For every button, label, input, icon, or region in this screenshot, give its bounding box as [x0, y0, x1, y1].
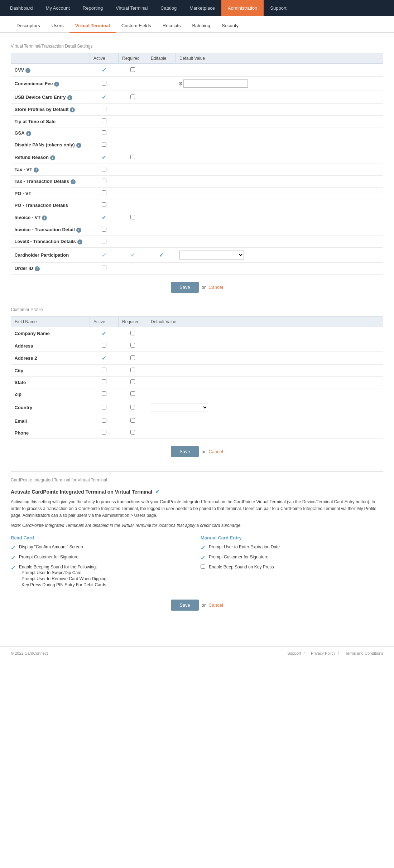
- nav-administration[interactable]: Administration: [221, 0, 264, 16]
- tab-batching[interactable]: Batching: [186, 19, 216, 33]
- tab-custom-fields[interactable]: Custom Fields: [116, 19, 157, 33]
- cp-required-checkbox[interactable]: [130, 405, 135, 409]
- required-checkbox[interactable]: [130, 94, 135, 99]
- footer-support-link[interactable]: Support: [287, 651, 301, 655]
- vt-default-cell: [176, 139, 383, 151]
- cp-active-checkbox[interactable]: [102, 391, 106, 396]
- nav-marketplace[interactable]: Marketplace: [183, 0, 221, 16]
- tab-descriptors[interactable]: Descriptors: [11, 19, 46, 33]
- info-icon[interactable]: i: [34, 168, 39, 173]
- tab-receipts[interactable]: Receipts: [157, 19, 187, 33]
- required-checkbox[interactable]: [130, 155, 135, 159]
- info-icon[interactable]: i: [50, 155, 55, 160]
- cp-active-checkbox[interactable]: [102, 405, 106, 409]
- active-checkbox[interactable]: [102, 107, 106, 111]
- info-icon[interactable]: i: [25, 68, 30, 73]
- dollar-input[interactable]: [183, 79, 248, 88]
- nav-reporting[interactable]: Reporting: [76, 0, 109, 16]
- editable-checkmark: ✔: [159, 252, 164, 258]
- vt-required-cell: [119, 224, 147, 236]
- active-checkbox[interactable]: [102, 167, 106, 171]
- cp-required-checkbox[interactable]: [130, 355, 135, 360]
- cp-save-button[interactable]: Save: [171, 446, 199, 457]
- vt-editable-cell: [147, 199, 176, 211]
- tab-virtual-terminal[interactable]: Virtual Terminal: [69, 19, 116, 33]
- vt-table-row: Store Profiles by Defaulti: [11, 104, 383, 116]
- cardpointe-save-button[interactable]: Save: [171, 600, 199, 611]
- required-checkbox[interactable]: [130, 67, 135, 72]
- cp-active-cell: ✔: [90, 327, 119, 340]
- cp-table-row: Country: [11, 400, 383, 415]
- active-checkbox[interactable]: [102, 142, 106, 147]
- cardholder-select[interactable]: [179, 251, 244, 260]
- manual-card-title[interactable]: Manual Card Entry: [201, 535, 383, 540]
- info-icon[interactable]: i: [54, 82, 59, 87]
- required-light-check: ✔: [130, 252, 135, 258]
- info-icon[interactable]: i: [76, 228, 81, 233]
- cp-table-row: Phone: [11, 427, 383, 439]
- cp-required-cell: [119, 415, 147, 427]
- info-icon[interactable]: i: [42, 215, 47, 220]
- read-card-title[interactable]: Read Card: [11, 535, 193, 540]
- info-icon[interactable]: i: [71, 179, 76, 184]
- info-icon[interactable]: i: [26, 131, 31, 136]
- nav-support[interactable]: Support: [264, 0, 293, 16]
- info-icon[interactable]: i: [77, 239, 82, 244]
- vt-table-row: Level3 - Transaction Detailsi: [11, 236, 383, 248]
- required-checkbox[interactable]: [130, 215, 135, 219]
- read-feature-3-check: ✔: [11, 564, 15, 571]
- info-icon[interactable]: i: [67, 95, 72, 100]
- cp-required-checkbox[interactable]: [130, 368, 135, 372]
- nav-my-account[interactable]: My Account: [39, 0, 76, 16]
- footer-privacy-link[interactable]: Privacy Policy: [311, 651, 335, 655]
- active-checkbox[interactable]: [102, 81, 106, 86]
- vt-save-button[interactable]: Save: [171, 282, 199, 293]
- vt-editable-cell: [147, 64, 176, 77]
- active-checkbox[interactable]: [102, 118, 106, 123]
- cp-required-checkbox[interactable]: [130, 391, 135, 396]
- vt-table-row: Order IDi: [11, 263, 383, 275]
- nav-virtual-terminal[interactable]: Virtual Terminal: [109, 0, 154, 16]
- info-icon[interactable]: i: [76, 143, 81, 148]
- card-features-grid: Read Card ✔ Display "Confirm Amount" Scr…: [11, 535, 383, 591]
- cp-required-checkbox[interactable]: [130, 430, 135, 435]
- cp-active-checkbox[interactable]: [102, 418, 106, 423]
- tab-security[interactable]: Security: [216, 19, 244, 33]
- active-checkbox[interactable]: [102, 179, 106, 183]
- vt-editable-cell: [147, 116, 176, 127]
- info-icon[interactable]: i: [70, 107, 75, 112]
- cp-required-checkbox[interactable]: [130, 379, 135, 384]
- active-checkbox[interactable]: [102, 227, 106, 232]
- cp-field-name: Address 2: [11, 352, 90, 365]
- vt-field-name: Invoice - Transaction Detaili: [11, 224, 90, 236]
- vt-table-row: PO - Transaction Details: [11, 199, 383, 211]
- cp-active-checkbox[interactable]: [102, 379, 106, 384]
- active-checkbox[interactable]: [102, 190, 106, 195]
- active-checkbox[interactable]: [102, 130, 106, 135]
- cp-required-checkbox[interactable]: [130, 331, 135, 335]
- cp-cancel-button[interactable]: Cancel: [208, 449, 223, 454]
- cp-active-checkbox[interactable]: [102, 343, 106, 348]
- active-checkmark: ✔: [102, 154, 106, 160]
- cp-required-cell: [119, 352, 147, 365]
- active-checkbox[interactable]: [102, 266, 106, 270]
- tab-users[interactable]: Users: [46, 19, 69, 33]
- info-icon[interactable]: i: [35, 266, 40, 271]
- footer-terms-link[interactable]: Terms and Conditions: [345, 651, 383, 655]
- cp-required-checkbox[interactable]: [130, 418, 135, 423]
- country-select[interactable]: [151, 403, 208, 412]
- manual-feature-2-check: ✔: [201, 554, 205, 561]
- active-checkbox[interactable]: [102, 202, 106, 207]
- cp-active-checkbox[interactable]: [102, 368, 106, 372]
- cp-required-checkbox[interactable]: [130, 343, 135, 348]
- manual-feature-3-checkbox[interactable]: [201, 564, 205, 569]
- vt-cancel-button[interactable]: Cancel: [208, 285, 223, 290]
- nav-catalog[interactable]: Catalog: [154, 0, 183, 16]
- cp-active-checkbox[interactable]: [102, 430, 106, 435]
- nav-dashboard[interactable]: Dashboard: [4, 0, 39, 16]
- vt-required-cell: [119, 199, 147, 211]
- active-checkbox[interactable]: [102, 239, 106, 243]
- cardpointe-cancel-button[interactable]: Cancel: [208, 602, 223, 608]
- vt-active-cell: ✔: [90, 211, 119, 224]
- cp-default-cell: [147, 400, 383, 415]
